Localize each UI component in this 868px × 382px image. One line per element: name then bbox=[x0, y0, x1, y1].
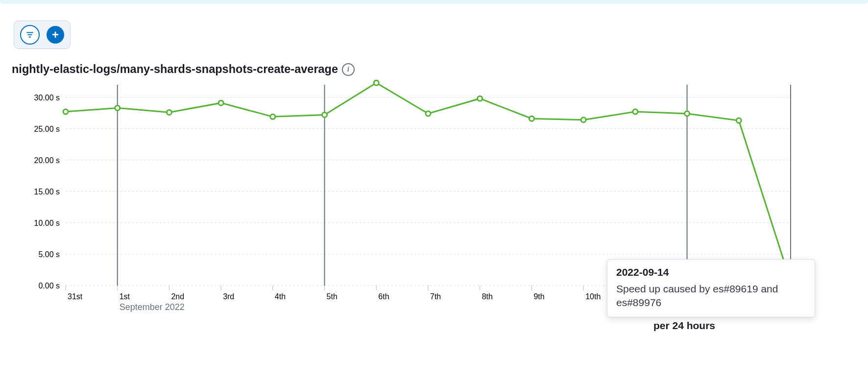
data-point[interactable] bbox=[270, 114, 275, 119]
data-point[interactable] bbox=[63, 109, 68, 114]
x-tick-label: 3rd bbox=[223, 292, 234, 301]
top-info-strip bbox=[0, 0, 868, 4]
data-point[interactable] bbox=[374, 80, 379, 85]
plus-icon: + bbox=[52, 29, 59, 41]
x-tick-label: 31st bbox=[68, 292, 83, 301]
x-axis-unit-label: per 24 hours bbox=[653, 320, 715, 332]
data-point[interactable] bbox=[322, 113, 327, 118]
y-tick-label: 15.00 s bbox=[34, 188, 60, 196]
add-filter-button[interactable]: + bbox=[47, 26, 64, 44]
chart-container: 0.00 s5.00 s10.00 s15.00 s20.00 s25.00 s… bbox=[12, 80, 815, 334]
filter-toolbar: + bbox=[14, 21, 71, 49]
x-tick-label: 5th bbox=[327, 292, 338, 301]
tooltip-title: 2022-09-14 bbox=[616, 266, 806, 278]
x-tick-label: 1st bbox=[120, 292, 130, 301]
y-tick-label: 0.00 s bbox=[38, 282, 60, 290]
data-point[interactable] bbox=[478, 96, 482, 101]
y-tick-label: 10.00 s bbox=[34, 219, 60, 227]
x-tick-label: 6th bbox=[378, 292, 389, 301]
x-axis-period-label: September 2022 bbox=[120, 302, 185, 312]
filter-button[interactable] bbox=[20, 25, 40, 45]
x-tick-label: 8th bbox=[482, 292, 493, 301]
data-point[interactable] bbox=[115, 105, 120, 110]
x-tick-label: 9th bbox=[533, 292, 544, 301]
data-point[interactable] bbox=[218, 100, 223, 105]
x-tick-label: 2nd bbox=[171, 292, 184, 301]
y-tick-label: 30.00 s bbox=[34, 94, 60, 102]
data-point[interactable] bbox=[167, 110, 171, 115]
chart-title: nightly-elastic-logs/many-shards-snapsho… bbox=[12, 63, 338, 76]
y-tick-label: 25.00 s bbox=[34, 125, 60, 133]
data-point[interactable] bbox=[426, 111, 431, 116]
x-tick-label: 7th bbox=[430, 292, 441, 301]
x-tick-label: 10th bbox=[585, 292, 601, 301]
y-tick-label: 5.00 s bbox=[38, 250, 60, 259]
tooltip-body: Speed up caused by es#89619 and es#89976 bbox=[616, 282, 806, 310]
annotation-tooltip: 2022-09-14 Speed up caused by es#89619 a… bbox=[607, 259, 815, 317]
data-point[interactable] bbox=[529, 116, 534, 121]
data-point[interactable] bbox=[581, 118, 586, 122]
data-point[interactable] bbox=[685, 111, 690, 116]
data-point[interactable] bbox=[633, 109, 638, 114]
y-tick-label: 20.00 s bbox=[34, 156, 60, 165]
chart-title-row: nightly-elastic-logs/many-shards-snapsho… bbox=[12, 63, 868, 76]
x-tick-label: 4th bbox=[275, 292, 286, 301]
info-icon[interactable]: i bbox=[342, 63, 355, 76]
filter-icon bbox=[25, 30, 34, 39]
data-point[interactable] bbox=[736, 118, 741, 123]
